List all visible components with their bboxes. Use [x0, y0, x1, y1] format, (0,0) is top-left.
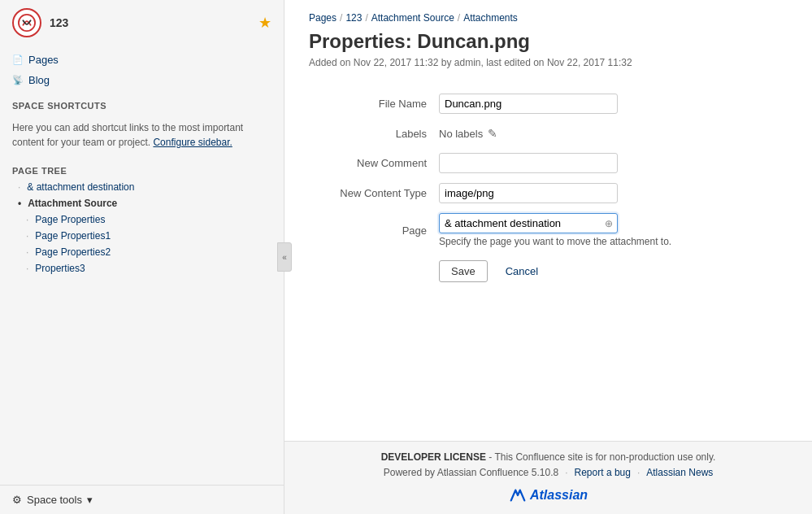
- license-label: DEVELOPER LICENSE: [381, 451, 486, 463]
- new-content-type-input[interactable]: [439, 183, 618, 203]
- footer-dot-2: ·: [637, 467, 640, 478]
- new-comment-label: New Comment: [309, 148, 439, 178]
- report-bug-link[interactable]: Report a bug: [575, 467, 631, 478]
- sidebar-nav: 📄 Pages 📡 Blog: [0, 46, 284, 94]
- page-input-icon[interactable]: ⊕: [605, 218, 613, 229]
- license-desc: - This Confluence site is for non-produc…: [486, 451, 715, 463]
- tree-link-properties3[interactable]: Properties3: [35, 263, 85, 274]
- buttons-field-cell: Save Cancel: [439, 252, 788, 287]
- tree-item-attachment-source: Attachment Source: [0, 195, 284, 211]
- configure-sidebar-link[interactable]: Configure sidebar.: [153, 137, 232, 148]
- buttons-spacer: [309, 252, 439, 287]
- breadcrumb-pages[interactable]: Pages: [309, 12, 337, 24]
- new-comment-row: New Comment: [309, 148, 788, 178]
- labels-field-cell: No labels ✎: [439, 119, 788, 148]
- tree-link-page-properties2[interactable]: Page Properties2: [35, 246, 111, 258]
- breadcrumb-sep-1: /: [340, 12, 342, 24]
- new-content-type-label: New Content Type: [309, 178, 439, 208]
- labels-label: Labels: [309, 119, 439, 148]
- powered-by: Powered by Atlassian Confluence 5.10.8: [384, 467, 558, 478]
- page-input-wrapper: ⊕: [439, 213, 618, 233]
- footer-license: DEVELOPER LICENSE - This Confluence site…: [301, 451, 796, 463]
- labels-value: No labels: [439, 128, 483, 140]
- gear-icon: ⚙: [12, 494, 22, 506]
- sidebar: 123 ★ 📄 Pages 📡 Blog SPACE SHORTCUTS Her…: [0, 0, 284, 514]
- new-comment-field-cell: [439, 148, 788, 178]
- space-name: 123: [50, 16, 68, 29]
- svg-point-0: [19, 15, 35, 31]
- page-row: Page ⊕ Specify the page you want to move…: [309, 208, 788, 252]
- tree-label-attachment-source: Attachment Source: [28, 198, 117, 209]
- page-title: Properties: Duncan.png: [309, 30, 788, 53]
- space-tools-label: Space tools: [27, 494, 82, 506]
- sidebar-footer: ⚙ Space tools ▾: [0, 485, 284, 514]
- footer: DEVELOPER LICENSE - This Confluence site…: [284, 441, 812, 514]
- tree-item-page-properties[interactable]: Page Properties: [0, 211, 284, 228]
- page-tree-heading: PAGE TREE: [0, 163, 284, 179]
- cancel-button[interactable]: Cancel: [494, 260, 549, 282]
- tree-link-attachment-destination[interactable]: & attachment destination: [27, 181, 134, 193]
- new-content-type-field-cell: [439, 178, 788, 208]
- file-name-row: File Name: [309, 89, 788, 119]
- space-tools-button[interactable]: ⚙ Space tools ▾: [12, 494, 271, 506]
- chevron-down-icon: ▾: [87, 494, 93, 506]
- atlassian-icon: [509, 486, 527, 504]
- page-hint: Specify the page you want to move the at…: [439, 236, 781, 247]
- breadcrumb-123[interactable]: 123: [345, 12, 362, 24]
- labels-edit-icon[interactable]: ✎: [488, 127, 497, 140]
- collapse-sidebar-button[interactable]: «: [277, 242, 292, 272]
- confluence-logo: [12, 8, 41, 37]
- space-shortcuts-text: Here you can add shortcut links to the m…: [0, 114, 284, 156]
- page-label: Page: [309, 208, 439, 252]
- new-comment-input[interactable]: [439, 153, 618, 173]
- page-meta: Added on Nov 22, 2017 11:32 by admin, la…: [309, 57, 788, 68]
- page-field-cell: ⊕ Specify the page you want to move the …: [439, 208, 788, 252]
- main-content-area: Pages / 123 / Attachment Source / Attach…: [284, 0, 812, 514]
- sidebar-item-pages[interactable]: 📄 Pages: [0, 50, 284, 70]
- breadcrumb: Pages / 123 / Attachment Source / Attach…: [309, 12, 788, 24]
- sidebar-item-blog[interactable]: 📡 Blog: [0, 70, 284, 90]
- blog-label: Blog: [28, 74, 50, 86]
- save-button[interactable]: Save: [439, 260, 488, 282]
- attachment-form: File Name Labels No labels ✎ New: [309, 89, 788, 287]
- form-buttons: Save Cancel: [439, 260, 781, 282]
- space-shortcuts-heading: SPACE SHORTCUTS: [0, 94, 284, 114]
- sidebar-header: 123 ★: [0, 0, 284, 46]
- breadcrumb-attachments[interactable]: Attachments: [463, 12, 518, 24]
- atlassian-logo: Atlassian: [301, 486, 796, 504]
- breadcrumb-sep-3: /: [458, 12, 460, 24]
- tree-item-properties3[interactable]: Properties3: [0, 260, 284, 277]
- new-content-type-row: New Content Type: [309, 178, 788, 208]
- pages-icon: 📄: [12, 54, 24, 65]
- main-content: Pages / 123 / Attachment Source / Attach…: [284, 0, 812, 441]
- page-input[interactable]: [439, 213, 618, 233]
- tree-item-attachment-destination[interactable]: & attachment destination: [0, 179, 284, 195]
- page-tree: PAGE TREE & attachment destination Attac…: [0, 156, 284, 283]
- atlassian-news-link[interactable]: Atlassian News: [646, 467, 713, 478]
- footer-dot-1: ·: [565, 467, 567, 478]
- footer-links: Powered by Atlassian Confluence 5.10.8 ·…: [301, 467, 796, 478]
- file-name-label: File Name: [309, 89, 439, 119]
- labels-row: Labels No labels ✎: [309, 119, 788, 148]
- blog-icon: 📡: [12, 75, 24, 85]
- breadcrumb-sep-2: /: [365, 12, 367, 24]
- tree-link-page-properties[interactable]: Page Properties: [35, 214, 105, 225]
- atlassian-label: Atlassian: [530, 488, 588, 503]
- file-name-field-cell: [439, 89, 788, 119]
- breadcrumb-attachment-source[interactable]: Attachment Source: [371, 12, 454, 24]
- buttons-row: Save Cancel: [309, 252, 788, 287]
- tree-link-page-properties1[interactable]: Page Properties1: [35, 230, 111, 242]
- pages-label: Pages: [28, 54, 59, 66]
- tree-item-page-properties1[interactable]: Page Properties1: [0, 228, 284, 244]
- file-name-input[interactable]: [439, 94, 618, 114]
- labels-display: No labels ✎: [439, 124, 781, 143]
- star-button[interactable]: ★: [258, 14, 271, 32]
- tree-item-page-properties2[interactable]: Page Properties2: [0, 244, 284, 260]
